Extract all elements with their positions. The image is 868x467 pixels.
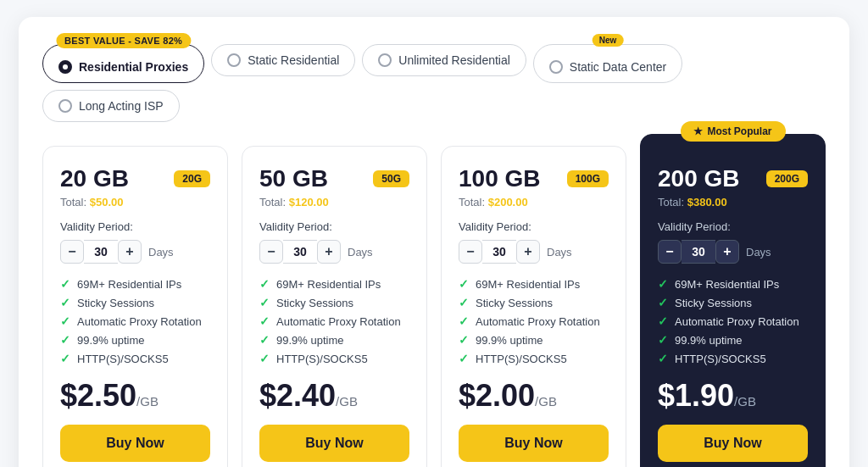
- card-100gb-stepper-value: 30: [482, 240, 516, 264]
- radio-static-residential: [227, 53, 241, 67]
- card-100gb-total: Total: $200.00: [459, 196, 609, 208]
- card-50gb-badge: 50G: [373, 170, 409, 187]
- tab-label-static-datacenter: Static Data Center: [570, 60, 666, 74]
- card-20gb-validity-label: Validity Period:: [60, 220, 210, 233]
- card-200gb-stepper-value: 30: [682, 240, 715, 264]
- tab-static-datacenter[interactable]: New Static Data Center: [533, 44, 682, 83]
- star-icon: ★: [693, 125, 703, 137]
- feature-20gb-2: ✓Automatic Proxy Rotation: [60, 314, 210, 328]
- card-100gb-features: ✓69M+ Residential IPs ✓Sticky Sessions ✓…: [459, 277, 609, 365]
- card-20gb-total: Total: $50.00: [60, 196, 210, 208]
- check-icon-4: ✓: [60, 352, 70, 365]
- tabs-row: BEST VALUE - SAVE 82% Residential Proxie…: [42, 37, 826, 122]
- card-50gb-price-main: $2.40: [259, 378, 336, 413]
- card-200gb-size: 200 GB: [658, 165, 740, 192]
- card-50gb-stepper: − 30 + Days: [259, 240, 409, 264]
- card-20gb-features: ✓69M+ Residential IPs ✓Sticky Sessions ✓…: [60, 277, 210, 365]
- radio-long-acting-isp: [58, 99, 72, 113]
- card-200gb-stepper: − 30 + Days: [658, 240, 808, 264]
- feature-200gb-2: ✓Automatic Proxy Rotation: [658, 314, 808, 328]
- check-icon-100-2: ✓: [459, 314, 469, 328]
- feature-100gb-1: ✓Sticky Sessions: [459, 296, 609, 309]
- feature-100gb-4: ✓HTTP(S)/SOCKS5: [459, 352, 609, 365]
- card-20gb-minus-btn[interactable]: −: [60, 240, 84, 264]
- card-20gb-badge: 20G: [174, 170, 210, 187]
- card-20gb-price-row: $2.50/GB: [60, 381, 210, 411]
- card-20gb-days: Days: [148, 246, 174, 259]
- card-200gb-header: 200 GB 200G: [658, 165, 808, 192]
- card-100gb: 100 GB 100G Total: $200.00 Validity Peri…: [441, 146, 626, 467]
- card-100gb-days: Days: [547, 246, 572, 259]
- card-100gb-size: 100 GB: [459, 165, 541, 192]
- check-icon-2: ✓: [60, 314, 70, 328]
- tab-unlimited-residential[interactable]: Unlimited Residential: [362, 44, 526, 76]
- card-50gb-minus-btn[interactable]: −: [259, 240, 283, 264]
- card-100gb-buy-btn[interactable]: Buy Now: [459, 425, 609, 462]
- tab-residential-proxies[interactable]: BEST VALUE - SAVE 82% Residential Proxie…: [42, 44, 204, 83]
- card-200gb-plus-btn[interactable]: +: [715, 240, 739, 264]
- card-200gb-days: Days: [746, 246, 771, 259]
- card-200gb-price-main: $1.90: [658, 378, 734, 413]
- card-200gb-buy-btn[interactable]: Buy Now: [658, 425, 808, 462]
- card-20gb-header: 20 GB 20G: [60, 165, 210, 192]
- card-20gb-plus-btn[interactable]: +: [118, 240, 142, 264]
- feature-50gb-4: ✓HTTP(S)/SOCKS5: [259, 352, 409, 365]
- card-100gb-price-row: $2.00/GB: [459, 381, 609, 411]
- feature-50gb-1: ✓Sticky Sessions: [259, 296, 409, 309]
- check-icon-200-2: ✓: [658, 314, 668, 328]
- tab-label-residential: Residential Proxies: [79, 60, 188, 74]
- tab-label-static-residential: Static Residential: [248, 53, 339, 67]
- feature-200gb-1: ✓Sticky Sessions: [658, 296, 808, 309]
- tab-static-residential[interactable]: Static Residential: [211, 44, 355, 76]
- card-50gb-price-unit: /GB: [336, 394, 358, 409]
- card-20gb-stepper-value: 30: [84, 240, 118, 264]
- check-icon-50-3: ✓: [259, 333, 270, 347]
- card-20gb-buy-btn[interactable]: Buy Now: [60, 425, 210, 462]
- feature-20gb-3: ✓99.9% uptime: [60, 333, 210, 347]
- card-200gb-badge: 200G: [766, 170, 808, 187]
- card-50gb-header: 50 GB 50G: [259, 165, 409, 192]
- card-20gb: 20 GB 20G Total: $50.00 Validity Period:…: [42, 146, 228, 467]
- card-100gb-stepper: − 30 + Days: [459, 240, 609, 264]
- radio-residential: [58, 60, 72, 74]
- card-100gb-price-unit: /GB: [535, 394, 557, 409]
- check-icon-50-0: ✓: [259, 277, 270, 291]
- tab-long-acting-isp[interactable]: Long Acting ISP: [42, 90, 180, 122]
- feature-50gb-2: ✓Automatic Proxy Rotation: [259, 314, 409, 328]
- most-popular-label: Most Popular: [707, 125, 771, 137]
- check-icon-0: ✓: [60, 277, 70, 291]
- card-20gb-price: $50.00: [90, 196, 124, 208]
- check-icon-200-3: ✓: [658, 333, 668, 347]
- card-200gb-price: $380.00: [687, 196, 727, 208]
- feature-100gb-0: ✓69M+ Residential IPs: [459, 277, 609, 291]
- card-20gb-price-unit: /GB: [136, 394, 159, 409]
- card-100gb-price-main: $2.00: [459, 378, 535, 413]
- card-50gb-days: Days: [348, 246, 373, 259]
- card-20gb-size: 20 GB: [60, 165, 129, 192]
- card-50gb-size: 50 GB: [259, 165, 328, 192]
- card-50gb-features: ✓69M+ Residential IPs ✓Sticky Sessions ✓…: [259, 277, 409, 365]
- card-50gb-price-row: $2.40/GB: [259, 381, 409, 411]
- feature-20gb-0: ✓69M+ Residential IPs: [60, 277, 210, 291]
- card-20gb-price-main: $2.50: [60, 378, 136, 413]
- card-100gb-badge: 100G: [567, 170, 609, 187]
- card-100gb-minus-btn[interactable]: −: [459, 240, 482, 264]
- tab-label-long-acting-isp: Long Acting ISP: [79, 99, 164, 113]
- card-100gb-price: $200.00: [488, 196, 528, 208]
- check-icon-50-2: ✓: [259, 314, 270, 328]
- feature-50gb-0: ✓69M+ Residential IPs: [259, 277, 409, 291]
- card-50gb-buy-btn[interactable]: Buy Now: [259, 425, 409, 462]
- card-50gb: 50 GB 50G Total: $120.00 Validity Period…: [242, 146, 427, 467]
- card-100gb-plus-btn[interactable]: +: [516, 240, 540, 264]
- radio-unlimited-residential: [378, 53, 392, 67]
- most-popular-badge: ★ Most Popular: [680, 121, 785, 142]
- check-icon-200-4: ✓: [658, 352, 668, 365]
- pricing-container: BEST VALUE - SAVE 82% Residential Proxie…: [19, 17, 849, 467]
- check-icon-200-1: ✓: [658, 296, 668, 309]
- card-200gb-price-unit: /GB: [734, 394, 756, 409]
- best-value-badge: BEST VALUE - SAVE 82%: [56, 33, 191, 48]
- card-50gb-plus-btn[interactable]: +: [317, 240, 341, 264]
- card-50gb-stepper-value: 30: [283, 240, 317, 264]
- card-200gb-minus-btn[interactable]: −: [658, 240, 682, 264]
- feature-20gb-1: ✓Sticky Sessions: [60, 296, 210, 309]
